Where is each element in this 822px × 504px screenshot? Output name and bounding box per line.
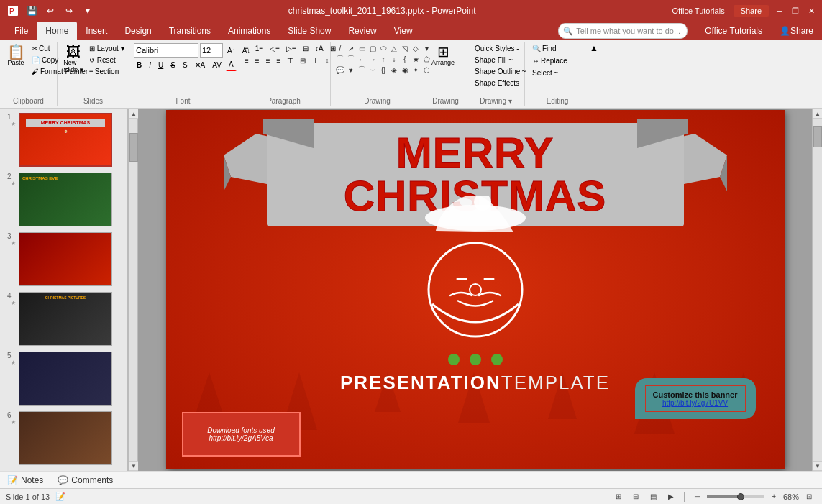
- text-direction-button[interactable]: ↕A: [312, 43, 326, 54]
- align-top-button[interactable]: ⊤: [284, 55, 296, 66]
- normal-view-button[interactable]: ⊞: [611, 492, 626, 501]
- slide-canvas[interactable]: MERRY CHRISTMAS: [166, 110, 785, 469]
- slide-item-4[interactable]: 4 ★ CHRISTMAS PICTURES: [3, 290, 124, 347]
- columns-button[interactable]: ⊟: [300, 43, 311, 54]
- strikethrough-button[interactable]: S: [168, 60, 178, 70]
- customize-callout[interactable]: Customize this banner http://bit.ly/2g7U…: [635, 378, 756, 419]
- font-size-select[interactable]: 12: [200, 43, 223, 58]
- shape-c6[interactable]: ✦: [411, 65, 421, 75]
- shape-diamond[interactable]: ◇: [411, 43, 421, 53]
- tell-me-input[interactable]: 🔍 Tell me what you want to do...: [558, 23, 688, 39]
- tab-insert[interactable]: Insert: [77, 22, 116, 40]
- scroll-down-main[interactable]: ▼: [813, 461, 822, 471]
- office-tutorials-button[interactable]: Office Tutorials: [669, 5, 727, 17]
- slide-sorter-button[interactable]: ⊟: [629, 492, 643, 501]
- new-slide-button[interactable]: 🖼 NewSlide ▾: [62, 43, 85, 75]
- tab-review[interactable]: Review: [339, 22, 385, 40]
- shape-arrow[interactable]: ↗: [346, 43, 356, 53]
- shape-c4[interactable]: ◈: [389, 65, 399, 75]
- minimize-button[interactable]: ─: [775, 6, 785, 16]
- tab-design[interactable]: Design: [116, 22, 160, 40]
- download-box[interactable]: Download fonts used http://bit.ly/2gA5Vc…: [182, 412, 301, 457]
- shape-curved[interactable]: ⌒: [335, 54, 345, 64]
- zoom-out-button[interactable]: ─: [690, 492, 704, 501]
- replace-button[interactable]: ↔ Replace: [529, 55, 570, 66]
- shape-fill-button[interactable]: Shape Fill ~: [472, 55, 516, 65]
- shape-line[interactable]: /: [335, 43, 345, 53]
- main-scrollbar-v[interactable]: ▲ ▼: [812, 109, 822, 471]
- share-button[interactable]: Share: [734, 5, 769, 17]
- select-button[interactable]: Select ~: [529, 68, 561, 78]
- arrange-button[interactable]: ⊞ Arrange: [429, 43, 457, 68]
- comments-button[interactable]: 💬 Comments: [58, 475, 113, 485]
- decrease-indent-button[interactable]: ◁≡: [267, 43, 283, 54]
- shape-c5[interactable]: ◉: [400, 65, 410, 75]
- shape-callout[interactable]: 💬: [335, 65, 345, 75]
- collapse-ribbon-button[interactable]: ▲: [590, 42, 600, 106]
- zoom-percent[interactable]: 68%: [783, 492, 799, 501]
- shape-star[interactable]: ★: [411, 54, 421, 64]
- shape-triangle[interactable]: △: [389, 43, 399, 53]
- align-right-button[interactable]: ≡: [263, 55, 273, 66]
- justify-button[interactable]: ≡: [274, 55, 284, 66]
- bold-button[interactable]: B: [134, 60, 145, 70]
- increase-indent-button[interactable]: ▷≡: [283, 43, 299, 54]
- italic-button[interactable]: I: [146, 60, 154, 70]
- shape-c1[interactable]: ⌒: [357, 65, 367, 75]
- redo-button[interactable]: ↪: [62, 4, 76, 18]
- tab-home[interactable]: Home: [37, 22, 77, 40]
- numbering-button[interactable]: 1≡: [252, 43, 266, 54]
- clear-format-button[interactable]: ✕A: [192, 60, 209, 70]
- tab-view[interactable]: View: [385, 22, 421, 40]
- shape-oval[interactable]: ⬭: [378, 43, 388, 53]
- font-family-select[interactable]: Calibri: [134, 43, 198, 58]
- customize-link[interactable]: http://bit.ly/2g7U1VV: [653, 399, 738, 407]
- share-tab[interactable]: 👤 Share: [771, 22, 822, 40]
- tab-slideshow[interactable]: Slide Show: [279, 22, 339, 40]
- find-button[interactable]: 🔍 Find: [529, 43, 559, 54]
- zoom-slider[interactable]: [707, 495, 764, 498]
- shape-bracket[interactable]: {: [400, 54, 410, 64]
- slide-item-2[interactable]: 2 ★ CHRISTMAS EVE: [3, 171, 124, 228]
- slide-item-5[interactable]: 5 ★: [3, 350, 124, 407]
- section-button[interactable]: ≡ Section: [86, 66, 127, 77]
- shadow-button[interactable]: S: [180, 60, 191, 70]
- shape-larrow[interactable]: ←: [357, 54, 367, 64]
- slideshow-button[interactable]: ▶: [664, 492, 678, 501]
- shape-heart[interactable]: ♥: [346, 65, 356, 75]
- slide-panel-scrollbar[interactable]: ▲ ▼: [128, 109, 138, 471]
- slide-item-1[interactable]: 1 ★ MERRY CHRISTMAS 🎅: [3, 111, 124, 168]
- customize-qat-button[interactable]: ▾: [81, 4, 95, 18]
- scroll-thumb-main[interactable]: [813, 126, 822, 147]
- undo-button[interactable]: ↩: [43, 4, 58, 18]
- tab-transitions[interactable]: Transitions: [160, 22, 219, 40]
- zoom-in-button[interactable]: +: [767, 492, 780, 501]
- scroll-down-button[interactable]: ▼: [129, 461, 139, 471]
- shape-bend[interactable]: ⌒: [346, 54, 356, 64]
- tab-animations[interactable]: Animations: [219, 22, 279, 40]
- restore-button[interactable]: ❐: [790, 6, 800, 16]
- slide-item-3[interactable]: 3 ★: [3, 231, 124, 288]
- shape-rect[interactable]: ▭: [357, 43, 367, 53]
- shape-c2[interactable]: ⌣: [367, 65, 378, 75]
- shape-outline-button[interactable]: Shape Outline ~: [472, 66, 529, 77]
- save-button[interactable]: 💾: [24, 4, 39, 18]
- fit-slide-button[interactable]: ⊡: [802, 492, 816, 501]
- shape-rarrow[interactable]: →: [367, 54, 378, 64]
- scroll-up-button[interactable]: ▲: [129, 109, 139, 119]
- shape-effects-button[interactable]: Shape Effects: [472, 78, 522, 88]
- zoom-handle[interactable]: [737, 493, 744, 500]
- reset-button[interactable]: ↺ Reset: [86, 55, 127, 65]
- align-bottom-button[interactable]: ⊥: [309, 55, 321, 66]
- shape-c3[interactable]: {}: [378, 65, 388, 75]
- tell-me-area[interactable]: 🔍 Tell me what you want to do...: [549, 22, 696, 40]
- paste-button[interactable]: 📋 Paste: [4, 43, 27, 68]
- char-spacing-button[interactable]: AV: [209, 60, 224, 70]
- reading-view-button[interactable]: ▤: [646, 492, 661, 501]
- slide-item-6[interactable]: 6 ★: [3, 410, 124, 467]
- shape-rtriangle[interactable]: ◹: [400, 43, 410, 53]
- office-tutorials-tab[interactable]: Office Tutorials: [696, 22, 771, 40]
- quick-styles-button[interactable]: Quick Styles -: [472, 43, 522, 54]
- tab-file[interactable]: File: [6, 22, 37, 40]
- scroll-up-main[interactable]: ▲: [813, 109, 822, 119]
